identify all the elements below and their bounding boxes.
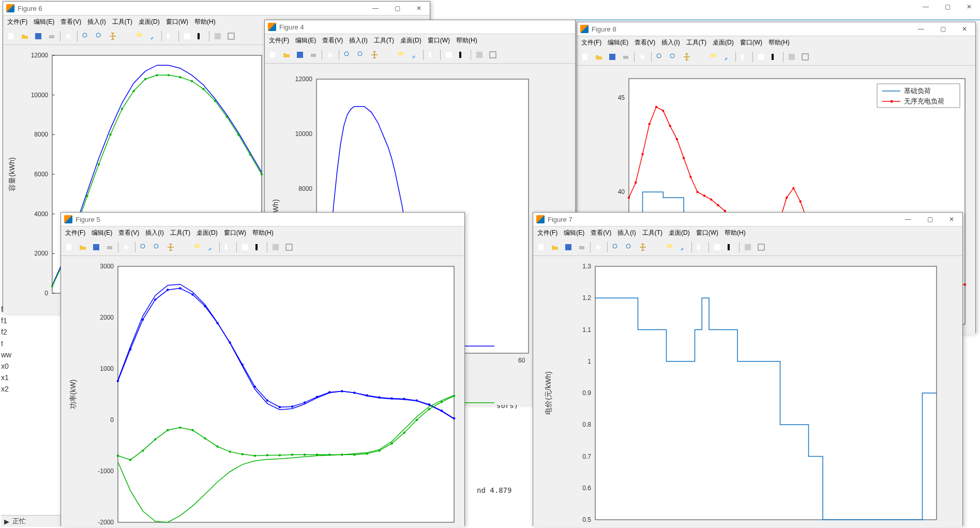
menu-item[interactable]: 文件(F): [7, 18, 27, 26]
print-button[interactable]: [307, 49, 320, 61]
menu-item[interactable]: 窗口(W): [224, 229, 246, 237]
menu-item[interactable]: 查看(V): [322, 36, 343, 45]
colorbar-legend-button[interactable]: [725, 241, 737, 253]
menu-item[interactable]: 编辑(E): [92, 229, 112, 237]
new-figure-button[interactable]: [535, 241, 548, 253]
menu-item[interactable]: 桌面(D): [197, 229, 218, 237]
pan-button[interactable]: [637, 241, 649, 253]
color-grid-button[interactable]: [239, 241, 251, 253]
new-figure-button[interactable]: [267, 49, 279, 61]
menu-item[interactable]: 帮助(H): [252, 229, 274, 237]
dock-button[interactable]: [473, 49, 486, 61]
main-close-button[interactable]: ✕: [958, 0, 980, 13]
menu-item[interactable]: 插入(I): [87, 18, 105, 26]
color-grid-button[interactable]: [181, 30, 193, 42]
dock-button[interactable]: [786, 51, 798, 63]
menu-item[interactable]: 工具(T): [112, 18, 132, 26]
menu-item[interactable]: 文件(F): [269, 36, 289, 45]
color-grid-button[interactable]: [443, 49, 455, 61]
main-maximize-button[interactable]: ▢: [937, 0, 958, 13]
menu-item[interactable]: 窗口(W): [740, 38, 762, 47]
open-file-button[interactable]: [77, 241, 89, 253]
menu-item[interactable]: 文件(F): [581, 38, 601, 47]
data-cursor-button[interactable]: [133, 30, 146, 42]
minimize-button[interactable]: —: [897, 213, 919, 226]
color-grid-button[interactable]: [711, 241, 723, 253]
save-button[interactable]: [606, 51, 619, 63]
menu-item[interactable]: 工具(T): [170, 229, 190, 237]
data-cursor-button[interactable]: [191, 241, 204, 253]
brush-button[interactable]: [409, 49, 421, 61]
zoom-in-button[interactable]: [80, 30, 92, 42]
pan-button[interactable]: [164, 241, 177, 253]
menu-item[interactable]: 窗口(W): [428, 36, 450, 45]
maximize-button[interactable]: ▢: [919, 213, 941, 226]
menu-item[interactable]: 桌面(D): [400, 36, 421, 45]
dock-button[interactable]: [742, 241, 754, 253]
link-plots-button[interactable]: [738, 51, 750, 63]
pointer-button[interactable]: [324, 49, 337, 61]
menu-item[interactable]: 工具(T): [642, 229, 662, 237]
new-figure-button[interactable]: [5, 30, 18, 42]
menu-item[interactable]: 编辑(E): [608, 38, 628, 47]
new-figure-button[interactable]: [63, 241, 76, 253]
maximize-view-button[interactable]: [225, 30, 237, 42]
menubar[interactable]: 文件(F)编辑(E)查看(V)插入(I)工具(T)桌面(D)窗口(W)帮助(H): [265, 34, 575, 47]
menu-item[interactable]: 插入(I): [349, 36, 367, 45]
colorbar-legend-button[interactable]: [252, 241, 265, 253]
save-button[interactable]: [90, 241, 102, 253]
menu-item[interactable]: 插入(I): [145, 229, 163, 237]
menu-item[interactable]: 帮助(H): [456, 36, 477, 45]
toolbar[interactable]: [533, 239, 962, 256]
color-grid-button[interactable]: [755, 51, 767, 63]
menu-item[interactable]: 查看(V): [591, 229, 611, 237]
toolbar[interactable]: [61, 239, 464, 256]
titlebar[interactable]: Figure 5: [61, 213, 464, 227]
maximize-button[interactable]: ▢: [386, 2, 408, 15]
menu-item[interactable]: 插入(I): [661, 38, 680, 47]
zoom-out-button[interactable]: [355, 49, 367, 61]
minimize-button[interactable]: —: [365, 2, 386, 15]
open-file-button[interactable]: [19, 30, 31, 42]
figure-5-window[interactable]: Figure 5 文件(F)编辑(E)查看(V)插入(I)工具(T)桌面(D)窗…: [61, 212, 465, 526]
rotate-3d-button[interactable]: [650, 241, 662, 253]
titlebar[interactable]: Figure 6 — ▢ ✕: [3, 2, 430, 16]
minimize-button[interactable]: —: [910, 22, 932, 36]
zoom-out-button[interactable]: [667, 51, 680, 63]
brush-button[interactable]: [677, 241, 689, 253]
zoom-in-button[interactable]: [654, 51, 666, 63]
titlebar[interactable]: Figure 7 — ▢ ✕: [533, 213, 962, 227]
maximize-view-button[interactable]: [755, 241, 767, 253]
pointer-button[interactable]: [593, 241, 605, 253]
zoom-out-button[interactable]: [623, 241, 636, 253]
open-file-button[interactable]: [280, 49, 293, 61]
menu-item[interactable]: 插入(I): [617, 229, 636, 237]
close-button[interactable]: ✕: [954, 22, 975, 36]
data-cursor-button[interactable]: [664, 241, 676, 253]
menu-item[interactable]: 桌面(D): [713, 38, 734, 47]
menu-item[interactable]: 查看(V): [118, 229, 139, 237]
pan-button[interactable]: [681, 51, 693, 63]
save-button[interactable]: [294, 49, 306, 61]
pan-button[interactable]: [107, 30, 119, 42]
colorbar-legend-button[interactable]: [194, 30, 207, 42]
dock-button[interactable]: [212, 30, 224, 42]
menu-item[interactable]: 文件(F): [65, 229, 85, 237]
menubar[interactable]: 文件(F)编辑(E)查看(V)插入(I)工具(T)桌面(D)窗口(W)帮助(H): [533, 227, 962, 239]
plot-area[interactable]: -2000-10000100020003000功率(kW): [61, 256, 464, 527]
save-button[interactable]: [32, 30, 44, 42]
pointer-button[interactable]: [120, 241, 133, 253]
menu-item[interactable]: 工具(T): [374, 36, 394, 45]
menu-item[interactable]: 桌面(D): [139, 18, 160, 26]
menu-item[interactable]: 帮助(H): [725, 229, 746, 237]
close-button[interactable]: ✕: [408, 2, 430, 15]
link-plots-button[interactable]: [222, 241, 234, 253]
rotate-3d-button[interactable]: [694, 51, 706, 63]
brush-button[interactable]: [205, 241, 217, 253]
maximize-button[interactable]: ▢: [932, 22, 954, 36]
menu-item[interactable]: 查看(V): [61, 18, 81, 26]
brush-button[interactable]: [721, 51, 733, 63]
titlebar[interactable]: Figure 4: [265, 20, 575, 34]
main-minimize-button[interactable]: —: [915, 0, 937, 13]
print-button[interactable]: [620, 51, 632, 63]
